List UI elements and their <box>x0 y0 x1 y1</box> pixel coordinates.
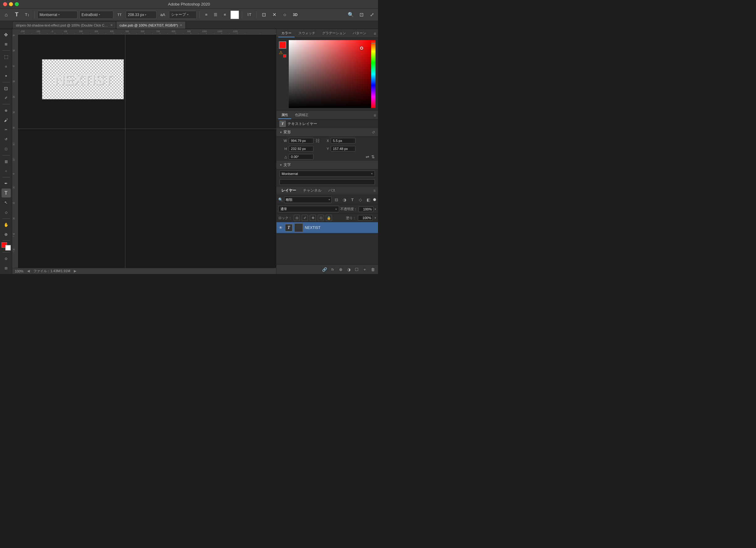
align-right-button[interactable]: ≡ <box>221 11 229 19</box>
expand-icon[interactable]: ⤢ <box>367 10 376 19</box>
options-icon[interactable]: ⊡ <box>259 10 268 19</box>
opacity-value[interactable]: 100% <box>359 207 373 212</box>
view-icon[interactable]: ⊡ <box>357 10 366 19</box>
blend-mode-dropdown[interactable]: 通常 ▾ <box>278 206 339 212</box>
type-tool-icon[interactable]: T <box>12 10 21 19</box>
maximize-button[interactable] <box>15 2 19 6</box>
fill-arrow[interactable]: ▾ <box>375 216 376 220</box>
hand-tool[interactable]: ✋ <box>2 220 11 229</box>
clone-tool[interactable]: ✂ <box>2 125 11 134</box>
h-value[interactable]: 232.92 px <box>289 146 313 152</box>
lock-artboard-icon[interactable]: ⊡ <box>318 215 324 221</box>
link-icon[interactable]: ⛓ <box>315 138 320 143</box>
filter-shape-icon[interactable]: ◇ <box>357 196 364 203</box>
paths-tab[interactable]: パス <box>326 187 338 194</box>
tab-cube-close[interactable]: ✕ <box>180 23 182 27</box>
font-style-input[interactable] <box>279 179 375 185</box>
lock-all-icon[interactable]: 🔒 <box>326 215 332 221</box>
text-color-swatch[interactable] <box>230 10 239 19</box>
create-layer-icon[interactable]: + <box>361 266 368 273</box>
filter-smart-icon[interactable]: ◧ <box>365 196 372 203</box>
background-color[interactable] <box>5 245 11 251</box>
gamut-color-preview[interactable] <box>283 54 286 57</box>
antialias-dropdown[interactable]: シャープ ▾ <box>169 11 197 19</box>
filter-type-dropdown[interactable]: 種類 ▾ <box>284 197 332 203</box>
eyedropper-tool[interactable]: ✐ <box>2 94 11 103</box>
tab-color[interactable]: カラー <box>278 30 295 37</box>
filter-pixel-icon[interactable]: ⊟ <box>333 196 340 203</box>
canvas-content[interactable]: NEXTIST <box>18 35 276 268</box>
home-icon[interactable]: ⌂ <box>2 10 11 19</box>
font-weight-dropdown[interactable]: ExtraBold ▾ <box>79 11 113 19</box>
tab-attributes[interactable]: 属性 <box>278 111 291 119</box>
filter-toggle-light[interactable] <box>373 198 376 201</box>
delete-layer-icon[interactable]: 🗑 <box>369 266 376 273</box>
layer-item-nextist[interactable]: 👁 T NEXTIST <box>276 222 378 233</box>
opacity-arrow[interactable]: ▾ <box>375 208 376 211</box>
char-font-dropdown[interactable]: Montserrat ▾ <box>279 171 375 177</box>
canvas-text[interactable]: NEXTIST <box>42 60 124 99</box>
zoom-tool[interactable]: ⊕ <box>2 230 11 239</box>
lock-position-icon[interactable]: ✥ <box>310 215 316 221</box>
fx-icon[interactable]: fx <box>329 266 336 273</box>
type-tool[interactable]: T <box>2 189 11 198</box>
add-adjustment-icon[interactable]: ◑ <box>345 266 352 273</box>
align-center-button[interactable]: ☰ <box>212 11 219 19</box>
artboard-tool[interactable]: ⊞ <box>2 40 11 49</box>
flip-h-icon[interactable]: ⇌ <box>366 154 369 159</box>
circle-icon[interactable]: ○ <box>280 10 289 19</box>
history-brush-tool[interactable]: ↺ <box>2 135 11 144</box>
font-size-input[interactable]: 208.33 px ▾ <box>126 11 157 19</box>
lock-paint-icon[interactable]: ✐ <box>302 215 308 221</box>
create-group-icon[interactable]: ☐ <box>353 266 360 273</box>
search-icon[interactable]: 🔍 <box>347 10 355 19</box>
align-left-button[interactable]: ≡ <box>203 11 210 19</box>
warp-text-icon[interactable]: ⌇T <box>245 10 254 19</box>
crop-tool[interactable]: ⊡ <box>2 84 11 93</box>
fg-color-swatch[interactable] <box>279 41 286 49</box>
angle-value[interactable]: 0.00° <box>289 154 313 160</box>
three-d-button[interactable]: 3D <box>291 10 300 19</box>
transform-section-header[interactable]: ▼ 変形 ↺ <box>276 128 378 137</box>
minimize-button[interactable] <box>9 2 13 6</box>
lasso-tool[interactable]: ⌾ <box>2 62 11 71</box>
fg-bg-color-switcher[interactable] <box>2 242 11 251</box>
layers-panel-menu[interactable]: ≡ <box>373 189 376 193</box>
character-section-header[interactable]: ▼ 文字 <box>276 161 378 170</box>
color-picker[interactable] <box>289 40 376 108</box>
tab-patterns[interactable]: パターン <box>350 30 369 37</box>
transform-reset-icon[interactable]: ↺ <box>372 130 375 135</box>
tab-adjustments[interactable]: 色調補正 <box>292 111 312 119</box>
canvas-area[interactable]: -200 -100 -0 100 200 300 400 500 600 700… <box>12 29 276 274</box>
close-icon[interactable]: ✕ <box>270 10 279 19</box>
gradient-tool[interactable]: ▥ <box>2 157 11 166</box>
filter-adjust-icon[interactable]: ◑ <box>341 196 348 203</box>
quick-mask-icon[interactable]: ⊙ <box>2 254 11 263</box>
status-forward-arrow[interactable]: ▶ <box>74 269 76 273</box>
filter-type-icon[interactable]: T <box>349 196 356 203</box>
status-nav-arrow[interactable]: ◀ <box>27 269 30 273</box>
brush-tool[interactable]: 🖌 <box>2 116 11 125</box>
tab-swatches[interactable]: スウォッチ <box>295 30 318 37</box>
properties-panel-menu[interactable]: ≡ <box>374 113 376 119</box>
fill-value[interactable]: 100% <box>358 215 373 221</box>
tab-cube[interactable]: cube.psb @ 100% (NEXTIST, RGB/8*) ✕ <box>116 21 186 29</box>
screen-mode-icon[interactable]: ⊟ <box>2 264 11 273</box>
flip-v-icon[interactable]: ⇅ <box>371 154 375 159</box>
channels-tab[interactable]: チャンネル <box>300 187 324 194</box>
marquee-tool[interactable]: ⬚ <box>2 52 11 61</box>
x-value[interactable]: 5.5 px <box>331 138 355 144</box>
link-layers-icon[interactable]: 🔗 <box>321 266 328 273</box>
dodge-tool[interactable]: ○ <box>2 167 11 176</box>
pen-tool[interactable]: ✒ <box>2 179 11 188</box>
move-tool[interactable]: ✥ <box>2 30 11 39</box>
path-select-tool[interactable]: ↖ <box>2 198 11 207</box>
magic-wand-tool[interactable]: ✦ <box>2 72 11 81</box>
color-panel-menu[interactable]: ≡ <box>374 31 376 37</box>
hue-strip[interactable] <box>371 40 376 108</box>
w-value[interactable]: 994.79 px <box>289 138 313 144</box>
type-mode-icon[interactable]: T↕ <box>23 10 31 19</box>
layers-tab[interactable]: レイヤー <box>279 187 299 194</box>
tab-stripes[interactable]: stripes-3d-shadow-text-effect.psd @ 100%… <box>12 21 116 29</box>
eraser-tool[interactable]: ◻ <box>2 144 11 153</box>
